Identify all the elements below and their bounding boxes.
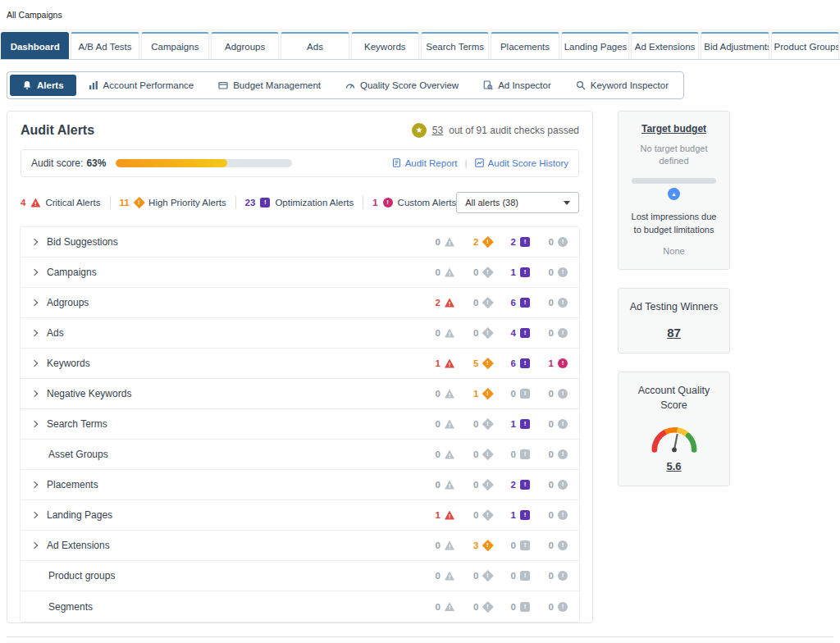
tab-adgroups[interactable]: Adgroups — [211, 32, 279, 59]
ad-inspector-icon — [483, 80, 493, 90]
high-priority-alert-icon: ! — [134, 197, 144, 207]
table-row-segments[interactable]: Segments 0! 0! 0! 0! — [21, 591, 579, 622]
high-count-cell: 0! — [454, 449, 492, 459]
table-row-search-terms[interactable]: Search Terms 0! 0! 1! 0! — [21, 409, 579, 440]
subnav-keyword-inspector[interactable]: Keyword Inspector — [564, 75, 681, 96]
tab-product-groups[interactable]: Product Groups — [771, 32, 839, 59]
table-row-adgroups[interactable]: Adgroups 2! 0! 6! 0! — [21, 288, 579, 318]
chevron-right-icon[interactable] — [31, 390, 38, 397]
optimization-alert-icon: ! — [520, 389, 530, 399]
count-value: 0 — [511, 571, 516, 581]
table-row-product-groups[interactable]: Product groups 0! 0! 0! 0! — [21, 561, 579, 591]
audit-report-link[interactable]: Audit Report — [392, 158, 458, 169]
subnav-account-performance[interactable]: Account Performance — [76, 75, 207, 96]
count-value: 0 — [473, 328, 478, 338]
table-row-negative-keywords[interactable]: Negative Keywords 0! 1! 0! 0! — [21, 379, 579, 409]
subnav-keyword-inspector-label: Keyword Inspector — [591, 80, 669, 90]
critical-alerts-summary[interactable]: 4 ! Critical Alerts — [21, 198, 101, 207]
count-value: 0 — [511, 540, 516, 550]
table-row-placements[interactable]: Placements 0! 0! 2! 0! — [21, 470, 579, 500]
count-value: 3 — [473, 540, 478, 550]
dropdown-caret-icon — [564, 201, 570, 205]
subnav-budget-management[interactable]: Budget Management — [206, 75, 333, 96]
chevron-right-icon[interactable] — [31, 360, 38, 367]
alert-counts: 2! 0! 6! 0! — [417, 298, 568, 308]
alert-counts: 0! 0! 2! 0! — [417, 480, 568, 490]
chevron-right-icon[interactable] — [31, 269, 38, 276]
critical-alert-icon: ! — [445, 480, 454, 490]
high-priority-alerts-count: 11 — [119, 198, 129, 207]
budget-wallet-icon — [218, 80, 228, 90]
ad-testing-winners-value[interactable]: 87 — [667, 326, 681, 340]
chevron-right-icon[interactable] — [31, 512, 38, 518]
count-value: 0 — [549, 480, 554, 490]
optimization-alerts-summary[interactable]: 23 ! Optimization Alerts — [245, 198, 354, 207]
table-row-landing-pages[interactable]: Landing Pages 1! 0! 1! 0! — [21, 500, 579, 531]
tab-dashboard[interactable]: Dashboard — [1, 32, 69, 59]
high-priority-alerts-summary[interactable]: 11 ! High Priority Alerts — [119, 198, 226, 207]
critical-alert-icon: ! — [445, 419, 454, 429]
critical-count-cell: 2! — [417, 298, 454, 308]
count-value: 2 — [436, 298, 441, 308]
table-row-ads[interactable]: Ads 0! 0! 4! 0! — [21, 318, 579, 349]
custom-alert-icon: ! — [558, 389, 568, 399]
row-label: Adgroups — [47, 297, 89, 308]
chevron-right-icon[interactable] — [31, 542, 38, 549]
custom-alert-icon: ! — [558, 419, 568, 429]
high-priority-alert-icon: ! — [482, 479, 493, 490]
table-row-bid-suggestions[interactable]: Bid Suggestions 0! 2! 2! 0! — [21, 227, 579, 258]
alerts-filter-dropdown[interactable]: All alerts (38) — [456, 192, 579, 213]
critical-alert-icon: ! — [445, 267, 454, 277]
tab-bid-adjustments[interactable]: Bid Adjustments — [701, 32, 769, 59]
count-value: 1 — [473, 389, 478, 399]
count-value: 0 — [436, 389, 441, 399]
tab-campaigns[interactable]: Campaigns — [141, 32, 209, 59]
chevron-right-icon[interactable] — [31, 481, 38, 488]
row-label: Ad Extensions — [47, 540, 110, 551]
chevron-right-icon[interactable] — [31, 421, 38, 427]
keyword-inspector-icon — [576, 80, 586, 90]
count-value: 0 — [473, 571, 478, 581]
table-row-ad-extensions[interactable]: Ad Extensions 0! 3! 0! 0! — [21, 531, 579, 561]
count-value: 1 — [549, 358, 554, 368]
lost-impressions-value: None — [627, 246, 721, 256]
table-row-campaigns[interactable]: Campaigns 0! 0! 1! 0! — [21, 258, 579, 288]
main-content: Audit Alerts ★ 53 out of 91 audit checks… — [0, 99, 840, 623]
tab-keywords[interactable]: Keywords — [351, 32, 419, 59]
tab-search-terms[interactable]: Search Terms — [421, 32, 489, 59]
tab-placements[interactable]: Placements — [491, 32, 559, 59]
subnav-quality-score-overview[interactable]: Quality Score Overview — [333, 75, 471, 96]
chevron-right-icon[interactable] — [31, 330, 38, 336]
high-count-cell: 0! — [454, 419, 492, 429]
tab-ad-extensions[interactable]: Ad Extensions — [631, 32, 699, 59]
account-quality-score-value[interactable]: 5.6 — [666, 460, 681, 472]
row-label: Search Terms — [47, 418, 107, 430]
custom-count-cell: 0! — [530, 298, 568, 308]
target-budget-link[interactable]: Target budget — [627, 123, 721, 135]
table-row-asset-groups[interactable]: Asset Groups 0! 0! 0! 0! — [21, 440, 579, 470]
custom-alerts-label: Custom Alerts — [398, 198, 457, 207]
high-count-cell: 0! — [454, 510, 492, 520]
optimization-alert-icon: ! — [520, 419, 530, 429]
audit-score-history-link[interactable]: Audit Score History — [475, 158, 568, 169]
custom-alert-icon: ! — [558, 571, 568, 581]
row-label: Asset Groups — [48, 449, 108, 460]
tab-landing-pages[interactable]: Landing Pages — [561, 32, 629, 59]
subnav-ad-inspector[interactable]: Ad Inspector — [471, 75, 564, 96]
custom-alerts-summary[interactable]: 1 ! Custom Alerts — [372, 198, 456, 207]
high-count-cell: 2! — [454, 237, 492, 247]
count-value: 1 — [436, 510, 441, 520]
table-row-keywords[interactable]: Keywords 1! 5! 6! 1! — [21, 349, 579, 379]
chevron-right-icon[interactable] — [31, 239, 38, 245]
chevron-right-icon[interactable] — [31, 299, 38, 306]
optimization-count-cell: 2! — [492, 480, 530, 490]
subnav-alerts[interactable]: Alerts — [10, 75, 76, 96]
alert-counts: 0! 1! 0! 0! — [417, 389, 568, 399]
count-value: 0 — [473, 510, 478, 520]
breadcrumb[interactable]: All Campaigns — [0, 0, 840, 30]
checks-passed-link[interactable]: 53 — [432, 125, 443, 136]
row-label: Placements — [47, 479, 98, 490]
count-value: 0 — [473, 419, 478, 429]
tab-ab-ad-tests[interactable]: A/B Ad Tests — [71, 32, 139, 59]
tab-ads[interactable]: Ads — [281, 32, 349, 59]
